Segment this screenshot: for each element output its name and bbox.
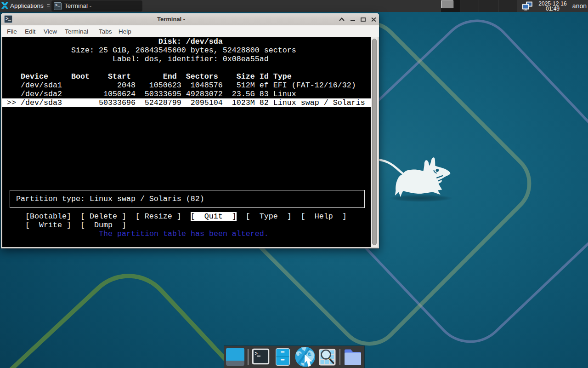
svg-text:>: > xyxy=(255,351,258,356)
